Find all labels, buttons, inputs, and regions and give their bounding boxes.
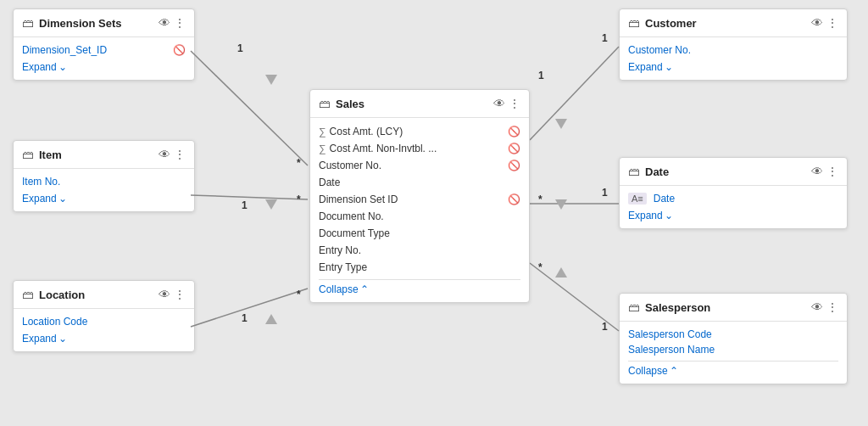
eye-slash-icon-cost-amt-non-invtbl: 🚫 bbox=[508, 143, 520, 154]
card-body-item: Item No. Expand ⌄ bbox=[14, 169, 194, 211]
connector-label-location-many: * bbox=[297, 289, 301, 300]
field-name-date-field: Date bbox=[654, 193, 838, 205]
field-name-item-no: Item No. bbox=[22, 176, 186, 188]
chevron-down-icon-item: ⌄ bbox=[58, 193, 67, 205]
field-row-cost-amt-non-invtbl: ∑ Cost Amt. Non-Invtbl. ... 🚫 bbox=[319, 140, 520, 157]
header-icons-dimension-sets: 👁 ⋮ bbox=[159, 16, 186, 30]
field-row-document-type: Document Type bbox=[319, 225, 520, 242]
expand-label-dimension-sets: Expand bbox=[22, 61, 57, 73]
card-salesperson: 🗃 Salesperson 👁 ⋮ Salesperson Code Sales… bbox=[619, 293, 848, 384]
field-name-customer-no-customer: Customer No. bbox=[628, 44, 838, 56]
field-row-entry-type: Entry Type bbox=[319, 259, 520, 276]
svg-line-3 bbox=[530, 47, 619, 140]
field-row-customer-no-customer: Customer No. bbox=[628, 42, 838, 58]
table-icon-item: 🗃 bbox=[22, 148, 34, 161]
expand-link-date[interactable]: Expand ⌄ bbox=[628, 206, 838, 223]
table-name-customer: Customer bbox=[645, 17, 806, 30]
field-name-entry-no: Entry No. bbox=[319, 244, 520, 256]
collapse-link-sales[interactable]: Collapse ⌃ bbox=[319, 279, 520, 297]
table-name-date: Date bbox=[645, 165, 806, 178]
collapse-label-salesperson: Collapse bbox=[628, 365, 668, 377]
eye-icon-location[interactable]: 👁 bbox=[159, 288, 170, 301]
table-icon-sales: 🗃 bbox=[319, 97, 331, 110]
field-row-dimension-set-id: Dimension Set ID 🚫 bbox=[319, 191, 520, 208]
field-row-location-code: Location Code bbox=[22, 314, 186, 329]
table-icon-salesperson: 🗃 bbox=[628, 300, 640, 314]
connector-label-date-1: 1 bbox=[602, 187, 608, 199]
arrow-date bbox=[555, 199, 567, 210]
card-body-customer: Customer No. Expand ⌄ bbox=[620, 37, 847, 80]
eye-slash-icon-dimension-set-id: 🚫 bbox=[508, 193, 520, 205]
collapse-link-salesperson[interactable]: Collapse ⌃ bbox=[628, 361, 838, 378]
more-icon-date[interactable]: ⋮ bbox=[826, 165, 838, 178]
eye-slash-icon-cost-amt-lcy: 🚫 bbox=[508, 126, 520, 137]
more-icon-sales[interactable]: ⋮ bbox=[509, 97, 520, 110]
table-name-salesperson: Salesperson bbox=[645, 301, 806, 314]
eye-icon-salesperson[interactable]: 👁 bbox=[811, 300, 823, 314]
field-name-dim-set-id: Dimension_Set_ID bbox=[22, 44, 170, 56]
expand-label-location: Expand bbox=[22, 333, 57, 345]
card-header-item: 🗃 Item 👁 ⋮ bbox=[14, 141, 194, 169]
more-icon-customer[interactable]: ⋮ bbox=[826, 16, 838, 30]
more-icon-salesperson[interactable]: ⋮ bbox=[826, 300, 838, 314]
field-name-document-no: Document No. bbox=[319, 210, 520, 222]
field-name-sales-date: Date bbox=[319, 177, 520, 188]
expand-link-item[interactable]: Expand ⌄ bbox=[22, 189, 186, 206]
expand-link-customer[interactable]: Expand ⌄ bbox=[628, 58, 838, 75]
arrow-customer bbox=[555, 119, 567, 129]
table-icon-location: 🗃 bbox=[22, 288, 34, 301]
card-header-sales: 🗃 Sales 👁 ⋮ bbox=[310, 90, 529, 118]
sigma-icon-cost-amt-lcy: ∑ bbox=[319, 126, 326, 137]
header-icons-location: 👁 ⋮ bbox=[159, 288, 186, 301]
header-icons-date: 👁 ⋮ bbox=[811, 165, 838, 178]
field-name-cost-amt-lcy: Cost Amt. (LCY) bbox=[330, 126, 504, 137]
field-row-sales-date: Date bbox=[319, 174, 520, 191]
expand-link-dimension-sets[interactable]: Expand ⌄ bbox=[22, 58, 186, 75]
table-name-location: Location bbox=[39, 289, 153, 301]
eye-icon-dimension-sets[interactable]: 👁 bbox=[159, 16, 170, 30]
sigma-icon-cost-amt-non-invtbl: ∑ bbox=[319, 143, 326, 154]
eye-icon-item[interactable]: 👁 bbox=[159, 148, 170, 161]
field-name-salesperson-name: Salesperson Name bbox=[628, 344, 838, 356]
connector-label-item-1: 1 bbox=[242, 199, 248, 211]
field-type-badge-date: A≡ bbox=[628, 193, 647, 205]
field-name-customer-no: Customer No. bbox=[319, 160, 504, 171]
chevron-down-icon-dimension-sets: ⌄ bbox=[58, 61, 67, 73]
svg-line-2 bbox=[191, 289, 308, 327]
table-name-sales: Sales bbox=[336, 98, 488, 110]
table-icon-dimension-sets: 🗃 bbox=[22, 16, 34, 30]
table-name-item: Item bbox=[39, 149, 153, 161]
chevron-down-icon-date: ⌄ bbox=[665, 210, 673, 221]
card-header-date: 🗃 Date 👁 ⋮ bbox=[620, 158, 847, 186]
chevron-up-icon-sales: ⌃ bbox=[360, 283, 369, 295]
card-location: 🗃 Location 👁 ⋮ Location Code Expand ⌄ bbox=[13, 280, 195, 352]
chevron-down-icon-location: ⌄ bbox=[58, 333, 67, 345]
arrow-dimsets bbox=[265, 75, 277, 85]
more-icon-item[interactable]: ⋮ bbox=[174, 148, 186, 161]
connector-label-date-many: * bbox=[538, 193, 542, 205]
connector-label-location-1: 1 bbox=[242, 312, 248, 324]
header-icons-customer: 👁 ⋮ bbox=[811, 16, 838, 30]
card-body-dimension-sets: Dimension_Set_ID 🚫 Expand ⌄ bbox=[14, 37, 194, 80]
eye-icon-sales[interactable]: 👁 bbox=[493, 97, 505, 110]
connector-label-sales-sp-many: * bbox=[538, 261, 542, 273]
field-name-entry-type: Entry Type bbox=[319, 261, 520, 273]
eye-icon-date[interactable]: 👁 bbox=[811, 165, 823, 178]
eye-slash-icon-customer-no: 🚫 bbox=[508, 160, 520, 171]
expand-label-item: Expand bbox=[22, 193, 57, 205]
header-icons-item: 👁 ⋮ bbox=[159, 148, 186, 161]
collapse-label-sales: Collapse bbox=[319, 283, 359, 295]
field-icon-dim-set-id: 🚫 bbox=[173, 44, 186, 56]
table-name-dimension-sets: Dimension Sets bbox=[39, 17, 153, 30]
field-name-dimension-set-id: Dimension Set ID bbox=[319, 193, 504, 205]
connector-label-customer-1-top: 1 bbox=[538, 70, 544, 81]
field-name-location-code: Location Code bbox=[22, 316, 186, 328]
expand-label-customer: Expand bbox=[628, 61, 663, 73]
field-name-cost-amt-non-invtbl: Cost Amt. Non-Invtbl. ... bbox=[330, 143, 504, 154]
more-icon-dimension-sets[interactable]: ⋮ bbox=[174, 16, 186, 30]
field-row-document-no: Document No. bbox=[319, 208, 520, 225]
more-icon-location[interactable]: ⋮ bbox=[174, 288, 186, 301]
eye-icon-customer[interactable]: 👁 bbox=[811, 16, 823, 30]
expand-link-location[interactable]: Expand ⌄ bbox=[22, 329, 186, 346]
chevron-down-icon-customer: ⌄ bbox=[665, 61, 673, 73]
